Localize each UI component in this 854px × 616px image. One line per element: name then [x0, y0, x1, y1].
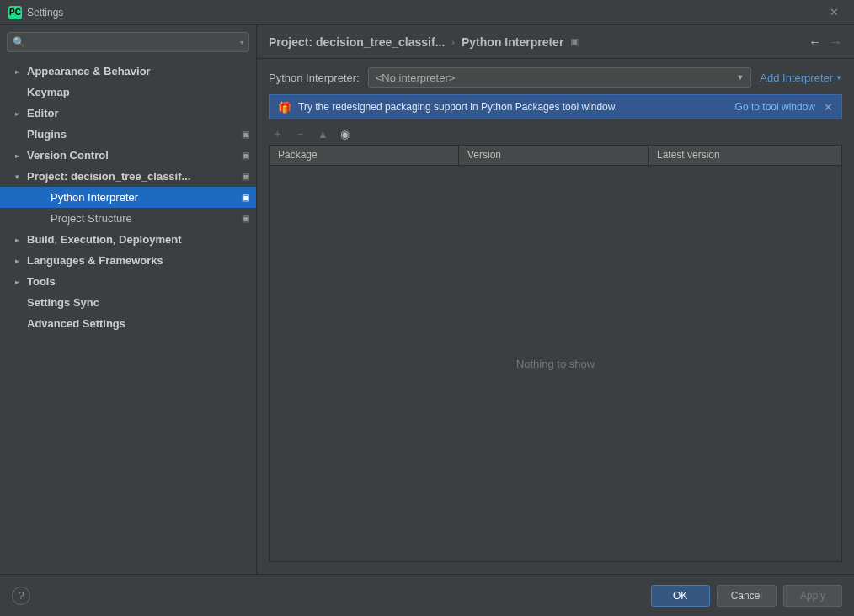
expand-arrow-icon[interactable]: ▸ [15, 151, 25, 160]
expand-arrow-icon[interactable]: ▸ [15, 236, 25, 244]
search-dropdown-icon[interactable]: ▾ [240, 39, 243, 46]
search-input[interactable] [29, 36, 240, 48]
breadcrumb-sep-icon: › [451, 37, 455, 47]
banner-text: Try the redesigned packaging support in … [298, 101, 735, 113]
packages-toolbar: ＋ － ▲ ◉ [257, 123, 854, 141]
tree-item-label: Keymap [27, 86, 249, 98]
project-scope-icon: ▣ [242, 130, 249, 139]
dropdown-caret-icon: ▼ [736, 73, 744, 82]
tree-item[interactable]: ▸Version Control▣ [0, 145, 256, 166]
breadcrumb-page: Python Interpreter [462, 35, 563, 49]
table-header: Package Version Latest version [270, 146, 841, 166]
tree-item-label: Languages & Frameworks [27, 254, 249, 267]
tree-item[interactable]: ▸Tools [0, 271, 256, 292]
project-scope-icon: ▣ [242, 214, 249, 223]
breadcrumb: Project: decision_tree_classif... › Pyth… [257, 25, 854, 59]
expand-arrow-icon[interactable]: ▸ [15, 109, 25, 118]
tree-item[interactable]: ▸Appearance & Behavior [0, 61, 256, 82]
add-interpreter-caret-icon: ▼ [835, 74, 842, 82]
apply-button: Apply [783, 585, 842, 607]
add-interpreter-link[interactable]: Add Interpreter ▼ [760, 72, 842, 84]
settings-sidebar: 🔍 ▾ ▸Appearance & BehaviorKeymap▸EditorP… [0, 25, 257, 574]
remove-package-icon[interactable]: － [295, 126, 306, 141]
project-scope-icon: ▣ [570, 36, 579, 47]
tree-item-label: Advanced Settings [27, 317, 249, 330]
col-latest[interactable]: Latest version [649, 146, 841, 165]
pycharm-icon: PC [8, 6, 22, 19]
expand-arrow-icon[interactable]: ▸ [15, 67, 25, 76]
tree-item[interactable]: Python Interpreter▣ [0, 187, 256, 208]
cancel-button[interactable]: Cancel [717, 585, 777, 607]
banner-goto-link[interactable]: Go to tool window [735, 101, 815, 113]
tree-item-label: Project: decision_tree_classif... [27, 170, 238, 183]
tree-item[interactable]: Keymap [0, 82, 256, 103]
tree-item[interactable]: ▸Editor [0, 103, 256, 124]
add-package-icon[interactable]: ＋ [272, 126, 283, 141]
breadcrumb-project[interactable]: Project: decision_tree_classif... [269, 35, 445, 49]
expand-arrow-icon[interactable]: ▾ [15, 173, 25, 181]
tree-item[interactable]: ▾Project: decision_tree_classif...▣ [0, 166, 256, 187]
titlebar: PC Settings ✕ [0, 0, 854, 25]
interpreter-select[interactable]: <No interpreter> ▼ [368, 67, 752, 88]
col-package[interactable]: Package [270, 146, 459, 165]
add-interpreter-label: Add Interpreter [760, 72, 833, 84]
project-scope-icon: ▣ [242, 151, 249, 160]
nav-forward-icon: → [830, 35, 842, 49]
tree-item[interactable]: Project Structure▣ [0, 208, 256, 229]
settings-tree: ▸Appearance & BehaviorKeymap▸EditorPlugi… [0, 57, 256, 574]
project-scope-icon: ▣ [242, 172, 249, 181]
tree-item-label: Version Control [27, 149, 238, 162]
tree-item[interactable]: Plugins▣ [0, 124, 256, 145]
interpreter-label: Python Interpreter: [269, 72, 360, 84]
interpreter-value: <No interpreter> [376, 72, 737, 84]
tree-item[interactable]: ▸Languages & Frameworks [0, 250, 256, 271]
settings-content: Project: decision_tree_classif... › Pyth… [257, 25, 854, 574]
tree-item-label: Build, Execution, Deployment [27, 233, 249, 246]
expand-arrow-icon[interactable]: ▸ [15, 278, 25, 286]
expand-arrow-icon[interactable]: ▸ [15, 257, 25, 265]
tree-item[interactable]: ▸Build, Execution, Deployment [0, 229, 256, 250]
tree-item-label: Plugins [27, 128, 238, 141]
col-version[interactable]: Version [459, 146, 649, 165]
help-button[interactable]: ? [12, 587, 30, 605]
nav-back-icon[interactable]: ← [809, 35, 821, 49]
packages-table: Package Version Latest version Nothing t… [269, 145, 842, 562]
packaging-banner: 🎁 Try the redesigned packaging support i… [269, 94, 842, 119]
tree-item-label: Editor [27, 107, 249, 119]
gift-icon: 🎁 [278, 101, 291, 114]
project-scope-icon: ▣ [242, 193, 249, 202]
banner-close-icon[interactable]: ✕ [824, 101, 833, 114]
close-window-icon[interactable]: ✕ [822, 6, 846, 19]
window-title: Settings [27, 7, 822, 19]
tree-item[interactable]: Settings Sync [0, 292, 256, 313]
search-icon: 🔍 [13, 36, 25, 48]
tree-item-label: Project Structure [51, 212, 238, 225]
tree-item-label: Tools [27, 275, 249, 288]
settings-search[interactable]: 🔍 ▾ [7, 32, 249, 52]
dialog-footer: ? OK Cancel Apply [0, 574, 854, 616]
tree-item-label: Settings Sync [27, 296, 249, 309]
ok-button[interactable]: OK [651, 585, 710, 607]
table-empty-text: Nothing to show [516, 358, 595, 370]
tree-item-label: Python Interpreter [51, 191, 238, 204]
show-early-releases-icon[interactable]: ◉ [340, 128, 350, 141]
tree-item-label: Appearance & Behavior [27, 65, 249, 77]
upgrade-package-icon[interactable]: ▲ [318, 128, 328, 141]
tree-item[interactable]: Advanced Settings [0, 313, 256, 334]
